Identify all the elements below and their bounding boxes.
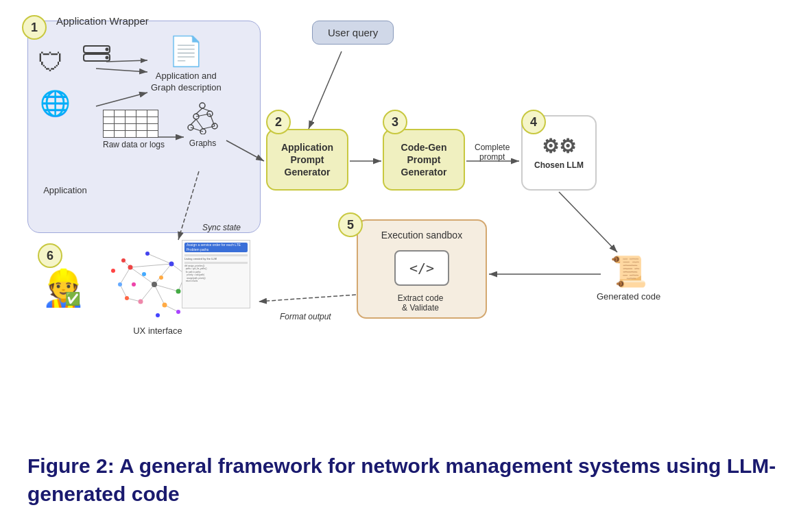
svg-point-45 <box>159 276 163 280</box>
step3-box: Code-Gen Prompt Generator <box>383 129 465 191</box>
step3-label: Code-Gen Prompt Generator <box>384 141 464 179</box>
app-graph-label: Application andGraph description <box>151 71 222 94</box>
svg-point-49 <box>156 313 160 317</box>
svg-line-31 <box>147 254 171 264</box>
graph-area: Graphs <box>184 101 222 148</box>
scroll-icon: 📜 <box>597 254 660 289</box>
code-box: </> <box>394 250 449 286</box>
svg-point-46 <box>132 282 136 286</box>
svg-line-24 <box>120 267 130 284</box>
step3-circle: 3 <box>383 110 407 134</box>
svg-line-61 <box>259 295 356 302</box>
step2-circle: 2 <box>266 110 291 134</box>
sandbox-label: Execution sandbox <box>370 230 473 241</box>
svg-point-2 <box>106 48 109 51</box>
raw-data-label: Raw data or logs <box>103 140 165 149</box>
chosen-llm-label: Chosen LLM <box>534 160 584 171</box>
app-graph-description: 📄 Application andGraph description <box>151 34 222 94</box>
code-symbol: </> <box>409 260 434 276</box>
gear-icons: ⚙⚙ <box>542 134 576 159</box>
svg-point-48 <box>111 269 115 273</box>
ux-interface-label: UX interface <box>113 326 202 336</box>
svg-point-37 <box>163 303 167 308</box>
step1-circle: 1 <box>22 15 47 40</box>
diagram-container: 1 2 3 4 5 6 Application Wrapper 🛡 🌐 Appl… <box>0 0 812 404</box>
application-label: Application <box>38 185 93 195</box>
graph-icon <box>184 101 222 134</box>
check-badge: ✅ <box>65 291 80 306</box>
ui-screenshot: Assign a service order for each LTE Prob… <box>182 240 250 308</box>
svg-line-15 <box>202 108 210 111</box>
raw-data-table <box>103 110 158 138</box>
svg-point-3 <box>106 56 109 60</box>
sync-state-label: Sync state <box>202 223 241 232</box>
svg-point-39 <box>125 296 129 300</box>
format-output-label: Format output <box>280 312 331 321</box>
svg-line-19 <box>154 264 171 284</box>
svg-point-42 <box>121 258 126 262</box>
svg-line-14 <box>196 108 202 114</box>
svg-line-59 <box>559 192 617 252</box>
svg-line-18 <box>130 267 154 284</box>
svg-point-35 <box>176 289 181 294</box>
raw-data-area: Raw data or logs <box>103 110 165 149</box>
svg-line-23 <box>130 264 171 267</box>
extract-label: Extract code& Validate <box>376 293 465 313</box>
svg-line-29 <box>120 284 127 298</box>
svg-point-32 <box>152 282 157 287</box>
generated-code-label: Generated code <box>597 291 660 302</box>
generated-code-area: 📜 Generated code <box>597 254 660 302</box>
step4-circle: 4 <box>521 110 546 134</box>
svg-point-41 <box>176 310 180 314</box>
svg-line-56 <box>309 51 342 129</box>
step2-label: Application Prompt Generator <box>267 141 347 179</box>
step2-box: Application Prompt Generator <box>266 129 348 191</box>
step6-circle: 6 <box>38 243 62 268</box>
user-query-box: User query <box>312 21 394 45</box>
server-icon <box>82 45 111 75</box>
svg-line-10 <box>191 119 196 125</box>
svg-point-43 <box>145 252 150 256</box>
svg-point-33 <box>128 265 133 270</box>
svg-line-11 <box>196 119 203 129</box>
step5-circle: 5 <box>338 212 363 237</box>
shield-icon: 🛡 <box>38 48 64 77</box>
svg-line-22 <box>154 284 165 305</box>
svg-point-36 <box>139 300 143 304</box>
complete-prompt-label: Completeprompt <box>475 143 510 162</box>
svg-point-44 <box>142 272 146 276</box>
svg-line-20 <box>154 284 178 291</box>
document-icon: 📄 <box>151 34 222 68</box>
globe-icon: 🌐 <box>40 89 71 118</box>
app-wrapper-label: Application Wrapper <box>56 15 149 27</box>
graphs-label: Graphs <box>184 138 222 148</box>
svg-line-21 <box>141 284 154 302</box>
svg-point-34 <box>169 262 174 267</box>
figure-caption: Figure 2: A general framework for networ… <box>27 452 785 508</box>
svg-point-38 <box>118 282 122 286</box>
svg-point-9 <box>200 103 205 108</box>
